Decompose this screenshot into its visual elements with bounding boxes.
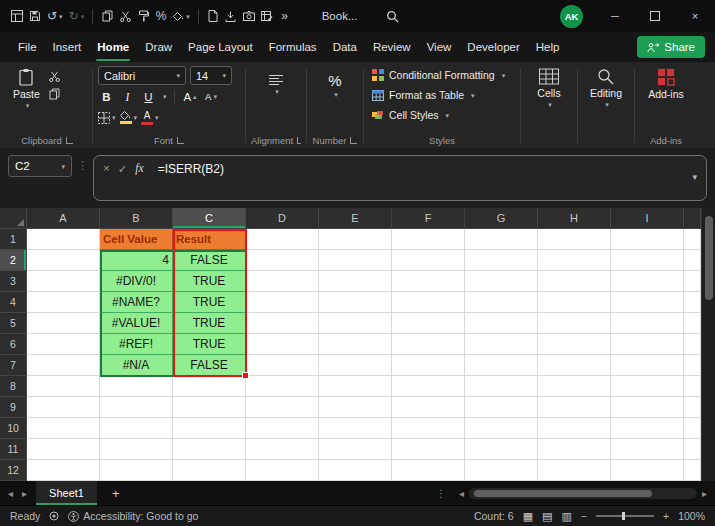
cell-c3[interactable]: TRUE: [173, 271, 246, 292]
cell[interactable]: [246, 334, 319, 355]
cell[interactable]: [173, 460, 246, 481]
cell[interactable]: [319, 334, 392, 355]
cell[interactable]: [465, 292, 538, 313]
cell[interactable]: [392, 355, 465, 376]
row-header-2[interactable]: 2: [0, 250, 27, 271]
cell[interactable]: [319, 229, 392, 250]
page-break-view-button[interactable]: ▥: [561, 510, 571, 523]
cell[interactable]: [611, 460, 684, 481]
column-header-partial[interactable]: [684, 208, 701, 229]
row-header-5[interactable]: 5: [0, 313, 27, 334]
cell[interactable]: [27, 397, 100, 418]
cell[interactable]: [246, 460, 319, 481]
cell-c1[interactable]: Result: [173, 229, 246, 250]
avatar[interactable]: AK: [560, 5, 583, 28]
cell[interactable]: [684, 250, 701, 271]
row-header-7[interactable]: 7: [0, 355, 27, 376]
tab-help[interactable]: Help: [528, 32, 568, 62]
cell[interactable]: [538, 460, 611, 481]
cell[interactable]: [465, 355, 538, 376]
paste-button[interactable]: Paste ▾: [7, 65, 46, 112]
cell[interactable]: [465, 271, 538, 292]
cell[interactable]: [27, 439, 100, 460]
cell[interactable]: [173, 418, 246, 439]
cell[interactable]: [611, 397, 684, 418]
copy-icon[interactable]: [98, 5, 116, 27]
cell[interactable]: [246, 229, 319, 250]
cell[interactable]: [319, 376, 392, 397]
cell[interactable]: [465, 460, 538, 481]
cell[interactable]: [319, 397, 392, 418]
new-document-icon[interactable]: [204, 5, 222, 27]
tab-file[interactable]: File: [10, 32, 45, 62]
column-header-b[interactable]: B: [100, 208, 173, 229]
cell[interactable]: [611, 271, 684, 292]
cell[interactable]: [611, 439, 684, 460]
row-header-1[interactable]: 1: [0, 229, 27, 250]
cell[interactable]: [100, 418, 173, 439]
cell-a7[interactable]: [27, 355, 100, 376]
cell-b2[interactable]: 4: [100, 250, 173, 271]
cell[interactable]: [611, 355, 684, 376]
cell[interactable]: [538, 229, 611, 250]
percent-style-icon[interactable]: %: [152, 5, 170, 27]
cell[interactable]: [684, 292, 701, 313]
cell[interactable]: [465, 439, 538, 460]
number-dialog-launcher[interactable]: [350, 137, 357, 144]
tab-data[interactable]: Data: [325, 32, 365, 62]
underline-button[interactable]: U: [140, 88, 157, 106]
cell[interactable]: [684, 229, 701, 250]
cut-icon[interactable]: [49, 71, 60, 82]
share-button[interactable]: Share: [637, 36, 705, 58]
fill-handle[interactable]: [242, 372, 249, 379]
cell[interactable]: [392, 250, 465, 271]
cell-a6[interactable]: [27, 334, 100, 355]
cell-b4[interactable]: #NAME?: [100, 292, 173, 313]
close-button[interactable]: ×: [675, 0, 715, 32]
cell[interactable]: [684, 334, 701, 355]
conditional-formatting-button[interactable]: Conditional Formatting ▾: [369, 65, 515, 85]
cell[interactable]: [465, 313, 538, 334]
cell[interactable]: [319, 460, 392, 481]
zoom-in-button[interactable]: +: [663, 510, 669, 522]
cell[interactable]: [611, 292, 684, 313]
cell[interactable]: [392, 292, 465, 313]
camera-icon[interactable]: [240, 5, 258, 27]
tab-home[interactable]: Home: [89, 32, 137, 62]
tab-review[interactable]: Review: [365, 32, 419, 62]
scrollbar-dots-icon[interactable]: ⋮: [436, 488, 446, 499]
format-painter-icon[interactable]: [134, 5, 152, 27]
borders-button[interactable]: ▾: [98, 109, 116, 127]
cell[interactable]: [684, 313, 701, 334]
cell[interactable]: [611, 250, 684, 271]
cell[interactable]: [538, 376, 611, 397]
cell[interactable]: [538, 397, 611, 418]
cell[interactable]: [173, 397, 246, 418]
copy-icon[interactable]: [49, 88, 60, 100]
normal-view-button[interactable]: ▦: [523, 510, 533, 523]
cell[interactable]: [684, 460, 701, 481]
macro-record-icon[interactable]: [49, 511, 59, 521]
sheet-nav-right-icon[interactable]: ▸: [22, 488, 27, 499]
save-icon[interactable]: [26, 5, 44, 27]
cell[interactable]: [319, 313, 392, 334]
sheet-nav-left-icon[interactable]: ◂: [8, 488, 13, 499]
insert-function-icon[interactable]: fx: [135, 162, 143, 200]
cell[interactable]: [27, 460, 100, 481]
cell-b7[interactable]: #N/A: [100, 355, 173, 376]
fill-color-button[interactable]: ▾: [170, 5, 193, 27]
underline-chevron-icon[interactable]: ▾: [163, 93, 167, 100]
vertical-scroll-thumb[interactable]: [705, 216, 713, 300]
cell[interactable]: [465, 334, 538, 355]
cell[interactable]: [246, 250, 319, 271]
alignment-button[interactable]: ▾: [263, 71, 289, 98]
cell[interactable]: [538, 292, 611, 313]
tab-page-layout[interactable]: Page Layout: [180, 32, 261, 62]
cell[interactable]: [246, 376, 319, 397]
cell[interactable]: [392, 376, 465, 397]
cell[interactable]: [611, 376, 684, 397]
cell-c4[interactable]: TRUE: [173, 292, 246, 313]
cell[interactable]: [319, 292, 392, 313]
vertical-scrollbar[interactable]: [701, 208, 715, 481]
cell-a5[interactable]: [27, 313, 100, 334]
